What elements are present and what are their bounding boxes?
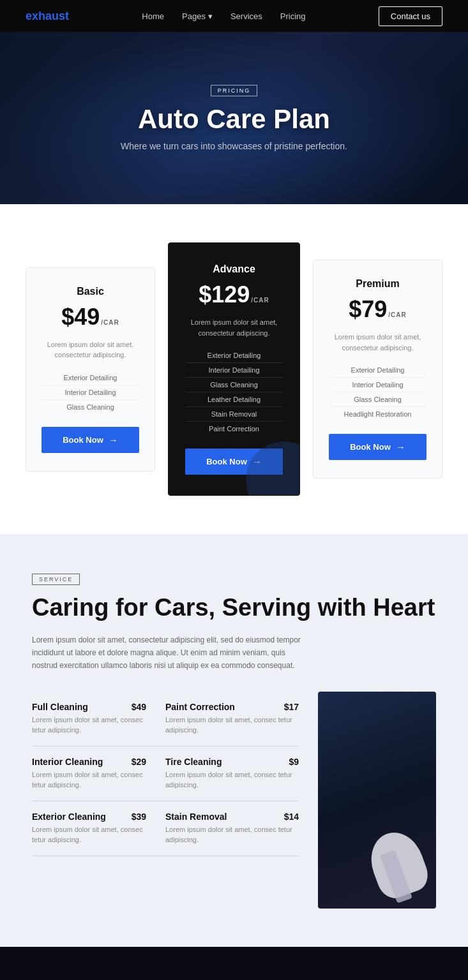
service-name: Paint Correction [165, 702, 235, 712]
service-title: Caring for Cars, Serving with Heart [32, 594, 436, 622]
service-name: Tire Cleaning [165, 757, 222, 767]
hero-section: PRICING Auto Care Plan Where we turn car… [0, 32, 468, 204]
pricing-card-2: Premium $79 /CAR Lorem ipsum dolor sit a… [313, 260, 442, 479]
feature-item: Glass Cleaning [329, 392, 426, 407]
logo[interactable]: exhaust [26, 10, 69, 23]
navbar: exhaust Home Pages ▾ Services Pricing Co… [0, 0, 468, 32]
book-button[interactable]: Book Now → [329, 434, 426, 460]
card-plan: Advance [185, 264, 283, 275]
service-item-header: Paint Correction $17 [165, 702, 299, 712]
service-grid: Full Cleaning $49 Lorem ipsum dolor sit … [32, 692, 299, 856]
hero-subtitle: Where we turn cars into showcases of pri… [121, 141, 347, 151]
price-unit: /CAR [101, 319, 119, 326]
service-item-header: Full Cleaning $49 [32, 702, 146, 712]
logo-accent: ex [26, 10, 38, 22]
service-item: Tire Cleaning $9 Lorem ipsum dolor sit a… [165, 746, 299, 801]
arrow-icon: → [109, 434, 118, 445]
service-price: $17 [284, 702, 299, 712]
service-price: $29 [132, 757, 146, 767]
service-item-desc: Lorem ipsum dolor sit amet, consec tetur… [165, 715, 299, 736]
card-features: Exterior DetailingInterior DetailingGlas… [42, 371, 139, 414]
book-button[interactable]: Book Now → [185, 449, 283, 475]
card-features: Exterior DetailingInterior DetailingGlas… [185, 348, 283, 436]
book-button[interactable]: Book Now → [42, 427, 139, 453]
arrow-icon: → [252, 456, 262, 467]
service-item-header: Stain Removal $14 [165, 812, 299, 822]
feature-item: Headlight Restoration [329, 407, 426, 421]
chevron-down-icon: ▾ [208, 11, 213, 21]
feature-item: Paint Correction [185, 422, 283, 436]
pricing-card-0: Basic $49 /CAR Lorem ipsum dolor sit ame… [26, 267, 155, 471]
feature-item: Exterior Detailing [185, 348, 283, 363]
service-item-desc: Lorem ipsum dolor sit amet, consec tetur… [32, 769, 146, 791]
nav-pricing[interactable]: Pricing [280, 11, 306, 21]
service-name: Stain Removal [165, 812, 227, 822]
feature-item: Interior Detailing [329, 378, 426, 392]
service-badge: SERVICE [32, 574, 80, 585]
service-item-header: Tire Cleaning $9 [165, 757, 299, 767]
service-item: Interior Cleaning $29 Lorem ipsum dolor … [32, 746, 165, 801]
nav-links: Home Pages ▾ Services Pricing [142, 11, 305, 21]
card-desc: Lorem ipsum dolor sit amet, consectetur … [329, 332, 426, 353]
feature-item: Glass Cleaning [185, 378, 283, 392]
footer: exhaust Where Service Meets Excellence 𝕗… [0, 947, 468, 980]
hero-badge: PRICING [211, 85, 258, 96]
service-item-desc: Lorem ipsum dolor sit amet, consec tetur… [32, 715, 146, 736]
feature-item: Leather Detailing [185, 392, 283, 407]
feature-item: Interior Detailing [42, 385, 139, 400]
service-name: Full Cleaning [32, 702, 88, 712]
pricing-card-1: Advance $129 /CAR Lorem ipsum dolor sit … [168, 242, 300, 496]
service-price: $9 [289, 757, 299, 767]
nav-home[interactable]: Home [142, 11, 164, 21]
service-item-desc: Lorem ipsum dolor sit amet, consec tetur… [165, 824, 299, 845]
feature-item: Glass Cleaning [42, 400, 139, 414]
service-desc: Lorem ipsum dolor sit amet, consectetur … [32, 634, 313, 672]
card-features: Exterior DetailingInterior DetailingGlas… [329, 363, 426, 421]
service-name: Interior Cleaning [32, 757, 103, 767]
service-item-desc: Lorem ipsum dolor sit amet, consec tetur… [32, 824, 146, 845]
contact-button[interactable]: Contact us [379, 6, 442, 26]
service-name: Exterior Cleaning [32, 812, 106, 822]
pricing-section: Basic $49 /CAR Lorem ipsum dolor sit ame… [0, 204, 468, 534]
nav-services[interactable]: Services [230, 11, 262, 21]
service-item-header: Interior Cleaning $29 [32, 757, 146, 767]
service-section: SERVICE Caring for Cars, Serving with He… [0, 534, 468, 947]
service-image [318, 692, 436, 909]
logo-text: haust [38, 10, 69, 22]
service-item-desc: Lorem ipsum dolor sit amet, consec tetur… [165, 769, 299, 791]
card-price: $49 /CAR [42, 304, 139, 330]
card-price: $129 /CAR [185, 281, 283, 308]
card-desc: Lorem ipsum dolor sit amet, consectetur … [42, 339, 139, 360]
service-item: Full Cleaning $49 Lorem ipsum dolor sit … [32, 692, 165, 746]
hero-title: Auto Care Plan [138, 104, 330, 135]
nav-pages[interactable]: Pages ▾ [182, 11, 213, 21]
arrow-icon: → [396, 442, 405, 452]
card-price: $79 /CAR [329, 296, 426, 323]
service-item-header: Exterior Cleaning $39 [32, 812, 146, 822]
price-amount: $49 [61, 304, 100, 330]
feature-item: Interior Detailing [185, 363, 283, 378]
service-price: $14 [284, 812, 299, 822]
service-item: Paint Correction $17 Lorem ipsum dolor s… [165, 692, 299, 746]
card-plan: Premium [329, 278, 426, 290]
price-unit: /CAR [388, 311, 406, 318]
price-amount: $129 [199, 281, 250, 308]
card-plan: Basic [42, 286, 139, 297]
service-content: Full Cleaning $49 Lorem ipsum dolor sit … [32, 692, 436, 909]
card-desc: Lorem ipsum dolor sit amet, consectetur … [185, 317, 283, 338]
service-list: Full Cleaning $49 Lorem ipsum dolor sit … [32, 692, 299, 856]
service-price: $39 [132, 812, 146, 822]
service-item: Exterior Cleaning $39 Lorem ipsum dolor … [32, 801, 165, 856]
price-unit: /CAR [251, 297, 269, 304]
service-item: Stain Removal $14 Lorem ipsum dolor sit … [165, 801, 299, 856]
feature-item: Exterior Detailing [329, 363, 426, 378]
service-price: $49 [132, 702, 146, 712]
price-amount: $79 [349, 296, 387, 323]
feature-item: Exterior Detailing [42, 371, 139, 385]
feature-item: Stain Removal [185, 407, 283, 422]
